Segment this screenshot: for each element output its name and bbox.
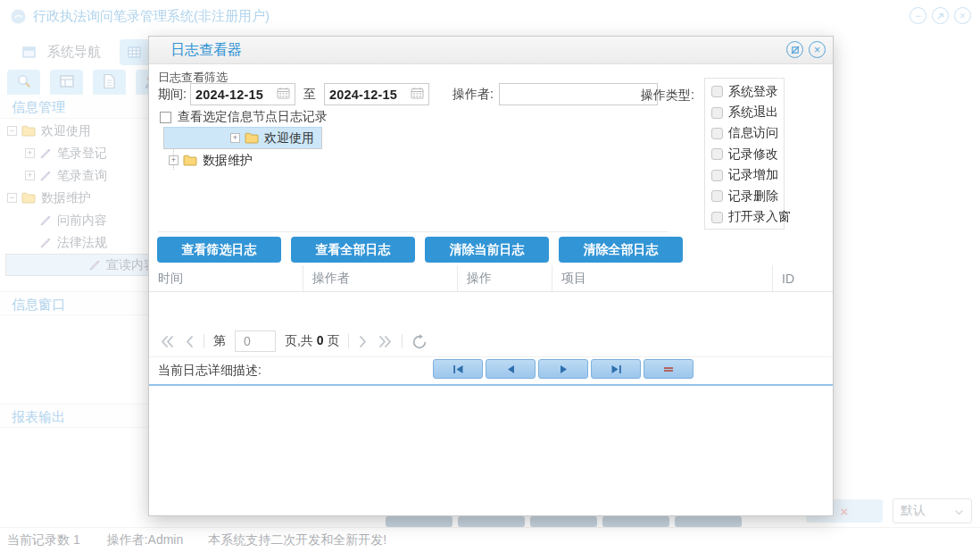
document-tool-button[interactable]	[93, 70, 126, 96]
column-header-time[interactable]: 时间	[149, 265, 303, 291]
to-label: 至	[303, 87, 316, 103]
sidebar-section-info-window[interactable]: 信息窗口	[0, 291, 150, 315]
nav-next-button[interactable]	[538, 359, 588, 379]
record-count-status: 当前记录数 1	[7, 532, 80, 548]
first-page-icon[interactable]	[160, 335, 175, 348]
operation-type-option[interactable]: 系统登录	[711, 81, 784, 102]
collapse-expander-icon[interactable]: −	[7, 126, 17, 136]
chevron-down-icon	[954, 504, 964, 518]
expand-expander-icon[interactable]: +	[230, 133, 240, 143]
checkbox[interactable]	[160, 112, 171, 123]
background-button[interactable]	[386, 516, 453, 527]
sidebar-item-record-register[interactable]: + 笔录登记	[0, 142, 150, 164]
operator-select[interactable]	[499, 83, 658, 105]
nav-first-button[interactable]	[433, 359, 483, 379]
next-page-icon[interactable]	[358, 335, 369, 348]
date-to-input[interactable]: 2024-12-15	[324, 83, 429, 105]
sidebar-item-pre-question[interactable]: 问前内容	[0, 209, 150, 231]
pages-suffix-text: 页	[327, 333, 339, 347]
view-filtered-logs-button[interactable]: 查看筛选日志	[157, 237, 281, 263]
window-icon	[22, 46, 36, 58]
search-tool-button[interactable]	[7, 70, 40, 96]
background-button[interactable]	[675, 516, 742, 527]
sidebar-section-label: 信息窗口	[12, 297, 65, 312]
last-page-icon[interactable]	[378, 335, 393, 348]
sidebar-section-info-management[interactable]: 信息管理	[0, 95, 150, 119]
sidebar-item-record-query[interactable]: + 笔录查询	[0, 164, 150, 187]
calendar-icon[interactable]	[277, 87, 290, 102]
checkbox[interactable]	[711, 170, 723, 181]
app-logo-icon	[11, 9, 26, 24]
background-button[interactable]	[458, 516, 525, 527]
calendar-icon[interactable]	[411, 87, 424, 102]
operation-type-option[interactable]: 记录修改	[711, 144, 784, 164]
date-from-value: 2024-12-15	[195, 88, 277, 102]
table-icon	[59, 74, 75, 92]
checkbox[interactable]	[711, 148, 723, 160]
pen-icon	[39, 147, 52, 160]
dialog-header[interactable]: 日志查看器 ×	[149, 37, 833, 64]
expand-expander-icon[interactable]: +	[169, 155, 179, 165]
collapse-expander-icon[interactable]: −	[7, 193, 17, 203]
tab-system-nav[interactable]: 系统导航	[14, 39, 109, 65]
sidebar-item-read-content[interactable]: 宣读内容	[5, 254, 164, 276]
expand-expander-icon[interactable]: +	[25, 171, 35, 180]
nav-last-button[interactable]	[591, 359, 641, 379]
clear-current-logs-button[interactable]: 清除当前日志	[425, 237, 549, 263]
theme-select[interactable]: 默认	[893, 498, 972, 523]
option-label: 记录增加	[728, 167, 778, 183]
checkbox[interactable]	[711, 86, 723, 97]
log-table-header: 时间 操作者 操作 项目 ID	[149, 265, 833, 292]
sidebar-item-laws[interactable]: 法律法规	[0, 231, 150, 254]
checkbox[interactable]	[711, 212, 723, 223]
sidebar-section-report-output[interactable]: 报表输出	[0, 404, 150, 428]
view-all-logs-button[interactable]: 查看全部日志	[291, 237, 415, 263]
status-bar: 当前记录数 1 操作者:Admin 本系统支持二次开发和全新开发!	[0, 527, 980, 552]
filter-row: 期间: 2024-12-15 至 2024-12-15 操作者:	[158, 83, 658, 105]
sidebar-item-label: 笔录登记	[57, 146, 107, 162]
column-header-operation[interactable]: 操作	[458, 265, 552, 291]
date-from-input[interactable]: 2024-12-15	[190, 83, 295, 105]
refresh-icon[interactable]	[411, 334, 428, 349]
background-button[interactable]	[530, 516, 597, 527]
operation-type-option[interactable]: 记录增加	[711, 165, 784, 186]
close-window-button[interactable]: ×	[954, 7, 971, 24]
column-header-project[interactable]: 项目	[552, 265, 773, 291]
operation-type-option[interactable]: 打开录入窗	[711, 206, 784, 227]
column-header-id[interactable]: ID	[773, 265, 833, 291]
sidebar-item-label: 法律法规	[57, 235, 107, 251]
nav-delete-button[interactable]	[644, 359, 693, 379]
previous-page-icon[interactable]	[184, 335, 195, 348]
dialog-tree-label: 欢迎使用	[264, 130, 314, 146]
checkbox[interactable]	[711, 107, 723, 119]
operation-type-option[interactable]: 记录删除	[711, 186, 784, 206]
sidebar-item-data-maintenance[interactable]: − 数据维护	[0, 187, 150, 209]
restore-disabled-icon[interactable]	[786, 41, 803, 58]
page-prefix-label: 第	[213, 333, 226, 349]
close-dialog-button[interactable]: ×	[809, 41, 826, 58]
node-filter-checkbox-row[interactable]: 查看选定信息节点日志记录	[160, 109, 328, 125]
pen-icon	[88, 259, 101, 272]
expand-expander-icon[interactable]: +	[25, 148, 35, 158]
sidebar-item-welcome[interactable]: − 欢迎使用	[0, 120, 150, 142]
folder-icon	[183, 155, 197, 166]
page-number-input[interactable]	[235, 330, 276, 352]
divider	[402, 334, 403, 348]
nav-prior-button[interactable]	[486, 359, 536, 379]
dialog-tree-item-data-maintenance[interactable]: + 数据维护	[158, 149, 669, 171]
minimize-button[interactable]: −	[909, 7, 926, 24]
maximize-button[interactable]	[932, 7, 949, 24]
column-header-operator[interactable]: 操作者	[303, 265, 458, 291]
operation-type-option[interactable]: 系统退出	[711, 102, 784, 122]
dialog-tree-item-welcome[interactable]: + 欢迎使用	[163, 127, 322, 149]
operation-type-option[interactable]: 信息访问	[711, 123, 784, 144]
sidebar-item-label: 笔录查询	[57, 168, 107, 184]
table-tool-button[interactable]	[50, 70, 83, 96]
clear-all-logs-button[interactable]: 清除全部日志	[559, 237, 683, 263]
checkbox[interactable]	[711, 128, 723, 139]
checkbox[interactable]	[711, 190, 723, 202]
log-viewer-dialog: 日志查看器 × 日志查看筛选 期间: 2024-12-15 至 2024-12-…	[148, 36, 834, 516]
option-label: 记录删除	[728, 188, 778, 205]
background-button[interactable]	[602, 516, 669, 527]
folder-icon	[245, 132, 259, 144]
